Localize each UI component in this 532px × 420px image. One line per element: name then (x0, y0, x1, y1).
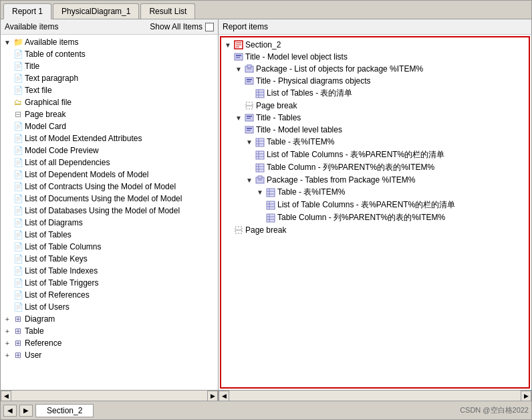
tree-label: List of all Dependencies (25, 158, 110, 167)
title-physical-label: Title - Physical diagrams objects (256, 76, 371, 86)
list-item-table-columns[interactable]: 📄 List of Table Columns (2, 241, 217, 253)
doc-icon: 📄 (13, 229, 23, 240)
tree-label: List of Table Indexes (25, 266, 98, 276)
tree-label: Diagram (25, 314, 55, 324)
list-item-references[interactable]: 📄 List of References (2, 289, 217, 301)
left-tree-item-diagram[interactable]: + ⊞ Diagram (2, 313, 217, 325)
right-tree-section2[interactable]: ▼ Section_2 (223, 39, 527, 51)
list-item-page-break[interactable]: ⊟ Page break (2, 108, 217, 120)
svg-rect-25 (256, 138, 264, 146)
list-item-table-triggers[interactable]: 📄 List of Table Triggers (2, 277, 217, 289)
tree-label: List of Databases Using the Model of Mod… (25, 206, 180, 215)
list-item-text-paragraph[interactable]: 📄 Text paragraph (2, 72, 217, 84)
folder-icon: 🗂 (13, 97, 23, 108)
right-tree-list-columns1[interactable]: List of Table Columns - 表%PARENT%的栏的清单 (223, 148, 527, 161)
right-tree-content[interactable]: ▼ Section_2 Title - Model level object l… (220, 36, 530, 389)
scroll-left-btn[interactable]: ◀ (1, 391, 11, 401)
list-item-model-ext-attr[interactable]: 📄 List of Model Extended Attributes (2, 132, 217, 144)
right-tree-package-objects[interactable]: ▼ Package - List of objects for package … (223, 63, 527, 75)
nav-next-btn[interactable]: ▶ (19, 405, 33, 417)
scroll-right-btn-right[interactable]: ▶ (521, 391, 531, 401)
list-item-contracts[interactable]: 📄 List of Contracts Using the Model of M… (2, 181, 217, 193)
toggle-table-item2[interactable]: ▼ (255, 187, 265, 198)
toggle-reference[interactable]: + (2, 338, 13, 348)
right-tree-title-model-level[interactable]: Title - Model level object lists (223, 51, 527, 63)
right-panel-title: Report items (223, 22, 268, 31)
toggle-user[interactable]: + (2, 350, 13, 360)
nav-prev-btn[interactable]: ◀ (3, 405, 17, 417)
right-tree-title-tables[interactable]: ▼ Title - Tables (223, 112, 527, 124)
list-item-users[interactable]: 📄 List of Users (2, 301, 217, 313)
list-item-databases[interactable]: 📄 List of Databases Using the Model of M… (2, 205, 217, 217)
toggle-section2[interactable]: ▼ (223, 39, 233, 50)
tab-result-list[interactable]: Result List (140, 3, 195, 19)
list-item-title[interactable]: 📄 Title (2, 60, 217, 72)
tree-label: Graphical file (25, 98, 72, 107)
section2-label: Section_2 (245, 40, 281, 49)
left-tree[interactable]: ▼ 📁 Available items 📄 Table of contents … (1, 35, 218, 390)
scroll-track-right[interactable] (229, 391, 521, 401)
list-item-table-indexes[interactable]: 📄 List of Table Indexes (2, 265, 217, 277)
left-tree-item-reference[interactable]: + ⊞ Reference (2, 337, 217, 349)
list-item-all-deps[interactable]: 📄 List of all Dependencies (2, 156, 217, 169)
doc-icon: 📄 (13, 49, 23, 60)
right-tree-table-column1[interactable]: Table Column - 列%PARENT%的表的%ITEM% (223, 161, 527, 174)
tree-label: List of References (25, 290, 90, 300)
right-panel: Report items ▼ Section_2 (219, 19, 531, 401)
toggle-diagram[interactable]: + (2, 314, 13, 324)
scroll-right-btn[interactable]: ▶ (207, 391, 218, 401)
right-tree-list-columns2[interactable]: List of Table Columns - 表%PARENT%的栏的清单 (223, 199, 527, 211)
right-tree-list-tables[interactable]: List of Tables - 表的清单 (223, 87, 527, 100)
list-item-dependent-models[interactable]: 📄 List of Dependent Models of Model (2, 169, 217, 181)
right-tree-title-model-tables[interactable]: Title - Model level tables (223, 124, 527, 136)
package-icon (244, 64, 255, 74)
left-tree-item-available-items[interactable]: ▼ 📁 Available items (2, 36, 217, 48)
svg-rect-44 (267, 201, 275, 209)
doc-icon: 📄 (13, 73, 23, 84)
right-tree-page-break2[interactable]: Page break (223, 224, 527, 236)
bottom-section-tab[interactable]: Section_2 (35, 404, 94, 417)
tab-physical-diagram[interactable]: PhysicalDiagram_1 (53, 3, 139, 19)
tab-report1[interactable]: Report 1 (3, 3, 51, 19)
scroll-left-btn-right[interactable]: ◀ (219, 391, 229, 401)
list-item-graphical-file[interactable]: 🗂 Graphical file (2, 96, 217, 108)
list-item-table-keys[interactable]: 📄 List of Table Keys (2, 253, 217, 265)
show-all-checkbox[interactable] (205, 23, 214, 31)
svg-rect-29 (256, 151, 264, 159)
folder-icon: 📁 (13, 37, 23, 47)
doc-icon: 📄 (13, 157, 23, 168)
tree-label: List of Model Extended Attributes (25, 134, 142, 143)
svg-rect-4 (235, 54, 243, 60)
toggle-table[interactable]: + (2, 326, 13, 336)
left-tree-item-user[interactable]: + ⊞ User (2, 349, 217, 361)
list-item-diagrams[interactable]: 📄 List of Diagrams (2, 217, 217, 229)
right-tree-page-break1[interactable]: Page break (223, 100, 527, 112)
list-item-model-code[interactable]: 📄 Model Code Preview (2, 144, 217, 156)
left-panel: Available items Show All Items ▼ 📁 Avail… (1, 19, 219, 401)
list-item-model-card[interactable]: 📄 Model Card (2, 120, 217, 132)
scroll-track[interactable] (11, 391, 207, 401)
list-item-toc[interactable]: 📄 Table of contents (2, 48, 217, 60)
show-all-items-container: Show All Items (150, 22, 214, 31)
list-item-text-file[interactable]: 📄 Text file (2, 84, 217, 96)
tree-label: Text file (25, 86, 52, 95)
doc-icon: 📄 (13, 278, 23, 288)
right-tree-title-physical[interactable]: Title - Physical diagrams objects (223, 75, 527, 87)
right-tree-package-tables[interactable]: ▼ Package - Tables from Package %ITEM% (223, 174, 527, 186)
toggle-package-tables[interactable]: ▼ (244, 175, 255, 185)
left-tree-item-table[interactable]: + ⊞ Table (2, 325, 217, 337)
right-tree-table-item2[interactable]: ▼ Table - 表%ITEM% (223, 186, 527, 199)
list-item-documents[interactable]: 📄 List of Documents Using the Model of M… (2, 193, 217, 205)
list-item-tables[interactable]: 📄 List of Tables (2, 229, 217, 241)
watermark-text: CSDN @空白格2022 (460, 405, 529, 415)
tree-label: List of Table Triggers (25, 278, 99, 288)
doc-icon: 📄 (13, 205, 23, 216)
toggle-package-objects[interactable]: ▼ (233, 64, 244, 74)
right-tree-table-column2[interactable]: Table Column - 列%PARENT%的表的%ITEM% (223, 211, 527, 224)
toggle-title-tables[interactable]: ▼ (233, 112, 244, 123)
doc-icon: 📄 (13, 121, 23, 132)
page-break2-label: Page break (245, 225, 286, 235)
toggle-available-items[interactable]: ▼ (2, 37, 13, 47)
right-tree-table-item1[interactable]: ▼ Table - 表%ITEM% (223, 136, 527, 148)
toggle-table-item1[interactable]: ▼ (244, 137, 255, 148)
